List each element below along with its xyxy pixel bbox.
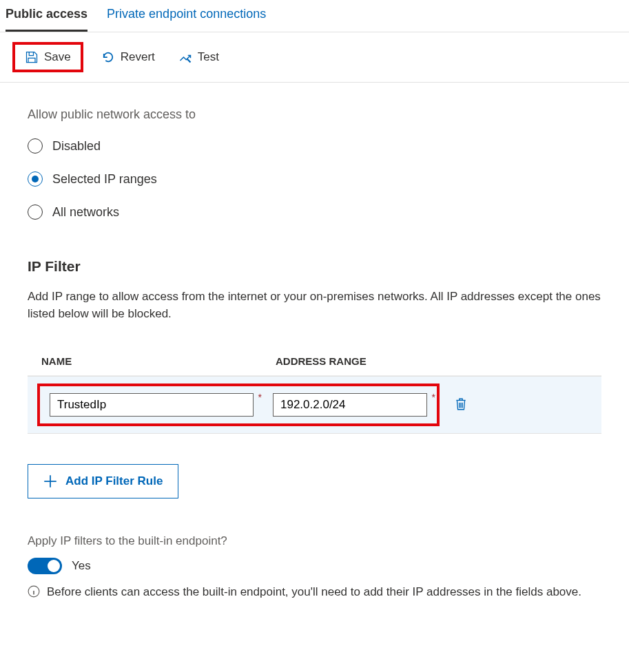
- address-input-wrap: *: [273, 393, 427, 417]
- content-area: Allow public network access to Disabled …: [0, 83, 629, 618]
- built-in-info: Before clients can access the built-in e…: [28, 584, 601, 601]
- tab-private-endpoint[interactable]: Private endpoint connections: [107, 0, 266, 32]
- toggle-knob-icon: [48, 560, 60, 572]
- ip-filter-row: * *: [28, 376, 601, 434]
- radio-label: Selected IP ranges: [52, 172, 157, 187]
- plus-icon: [43, 474, 57, 488]
- tabs-bar: Public access Private endpoint connectio…: [0, 0, 629, 32]
- test-button[interactable]: Test: [173, 48, 225, 67]
- toggle-value-text: Yes: [72, 559, 91, 573]
- info-text: Before clients can access the built-in e…: [47, 584, 581, 601]
- info-icon: [28, 585, 40, 598]
- built-in-toggle-row: Yes: [28, 558, 601, 574]
- ip-filter-heading: IP Filter: [28, 258, 601, 275]
- required-star-icon: *: [258, 392, 262, 403]
- radio-label: All networks: [52, 205, 119, 220]
- radio-circle-icon: [28, 138, 43, 154]
- test-label: Test: [198, 50, 219, 64]
- name-input[interactable]: [50, 393, 254, 417]
- radio-circle-icon: [28, 171, 43, 187]
- radio-selected-ip-ranges[interactable]: Selected IP ranges: [28, 171, 601, 187]
- delete-row-button[interactable]: [455, 397, 467, 413]
- tab-public-access[interactable]: Public access: [6, 0, 87, 32]
- test-icon: [178, 50, 192, 64]
- add-ip-filter-rule-button[interactable]: Add IP Filter Rule: [28, 464, 178, 498]
- name-input-wrap: *: [50, 393, 254, 417]
- revert-button[interactable]: Revert: [96, 48, 161, 67]
- built-in-section: Apply IP filters to the built-in endpoin…: [28, 534, 601, 601]
- revert-icon: [101, 50, 115, 64]
- revert-label: Revert: [121, 50, 155, 64]
- column-address-range: ADDRESS RANGE: [276, 355, 588, 367]
- radio-label: Disabled: [52, 139, 101, 154]
- ip-filter-description: Add IP range to allow access from the in…: [28, 288, 601, 322]
- access-radio-group: Disabled Selected IP ranges All networks: [28, 138, 601, 220]
- radio-circle-icon: [28, 204, 43, 220]
- column-name: NAME: [41, 355, 276, 367]
- access-section-label: Allow public network access to: [28, 107, 601, 122]
- address-range-input[interactable]: [273, 393, 427, 417]
- radio-disabled[interactable]: Disabled: [28, 138, 601, 154]
- built-in-toggle[interactable]: [28, 558, 62, 574]
- toolbar: Save Revert Test: [0, 32, 629, 83]
- ip-filter-table-header: NAME ADDRESS RANGE: [28, 347, 601, 376]
- save-icon: [25, 50, 39, 64]
- add-button-label: Add IP Filter Rule: [65, 474, 163, 488]
- save-label: Save: [44, 50, 71, 64]
- radio-dot-icon: [32, 176, 39, 182]
- ip-filter-row-highlight: * *: [37, 384, 440, 426]
- trash-icon: [455, 397, 467, 411]
- radio-all-networks[interactable]: All networks: [28, 204, 601, 220]
- built-in-label: Apply IP filters to the built-in endpoin…: [28, 534, 601, 548]
- required-star-icon: *: [432, 392, 435, 403]
- save-button[interactable]: Save: [12, 42, 83, 72]
